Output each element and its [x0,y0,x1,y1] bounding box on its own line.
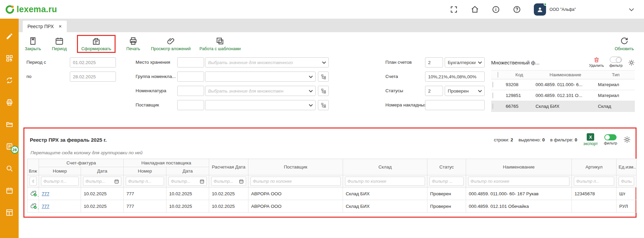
col-waybill-number[interactable]: Номер [124,167,166,175]
cell-name: 000.4859. 011.000- 6... [534,79,597,90]
nomenclature-tree-button[interactable] [318,86,329,96]
nomen-group-code-input[interactable] [177,72,204,82]
col-name[interactable]: Наименование [466,159,572,175]
waybill-numbers-label: Номера накладных [385,100,426,110]
cell-calc-date: 10.02.2025 [209,200,248,213]
period-to-input[interactable] [70,72,116,82]
filter-invoice-number-input[interactable] [43,177,76,185]
gear-icon[interactable] [628,57,635,67]
filter-supplier-input[interactable] [253,177,338,185]
calendar-icon[interactable] [5,186,14,195]
col-name[interactable]: Наименование [534,71,597,79]
lexema-logo[interactable]: lexema.ru [5,4,57,15]
filter-calc-date-input[interactable] [214,177,238,185]
nomen-group-tree-button[interactable] [318,72,329,82]
col-invoice-date[interactable]: Дата [81,167,124,175]
supplier-select[interactable] [205,100,316,110]
search-icon[interactable] [5,164,14,173]
period-from-input[interactable] [70,57,116,67]
calendar-small-icon[interactable] [200,179,204,184]
gear-icon[interactable] [623,135,631,145]
waybill-numbers-input[interactable] [425,100,485,110]
accounts-input[interactable] [425,72,485,82]
storage-code-input[interactable] [177,57,204,67]
filter-status-input[interactable] [432,177,461,185]
user-menu[interactable]: ООО "Альфа" [534,3,576,16]
tasks-icon[interactable]: 28 [5,142,14,151]
reports-icon[interactable] [5,209,14,217]
checkbox[interactable] [492,82,493,87]
col-status[interactable]: Статус [427,159,466,175]
panel-row[interactable]: 93208 000.4859. 011.000- 6... Материал [491,79,635,90]
col-warehouse[interactable]: Склад [343,159,427,175]
print-icon[interactable] [5,98,14,106]
filter-waybill-date-input[interactable] [171,177,199,185]
col-waybill-date[interactable]: Дата [166,167,209,175]
checkbox[interactable] [492,103,493,109]
nomenclature-code-input[interactable] [177,86,204,96]
col-supplier[interactable]: Поставщик [248,159,343,175]
chart-of-accounts-select[interactable]: Бухгалтерский [445,57,485,67]
filter-toggle[interactable] [604,134,617,140]
qr-code-icon[interactable] [5,54,14,62]
filter-waybill-number-input[interactable] [128,177,162,185]
filter-article-input[interactable] [576,177,612,185]
table-row[interactable]: 777 10.02.2025 777 10.02.2025 10.02.2025… [27,200,637,213]
nomen-group-select[interactable] [205,72,316,82]
delete-button[interactable]: Удалить [589,57,604,67]
filter-warehouse-input[interactable] [347,177,423,185]
select-all-header[interactable] [491,71,504,79]
chart-of-accounts-code-input[interactable] [425,57,443,67]
process-icon[interactable] [450,5,458,14]
info-icon[interactable] [492,5,500,14]
calendar-small-icon[interactable] [114,179,119,184]
storage-select[interactable]: Выбрать значение для множественного [205,57,329,67]
templates-button[interactable]: Работа с шаблонами [199,37,241,51]
col-unit[interactable]: Ед.изм... [617,159,637,175]
sync-icon[interactable] [5,76,14,84]
invoice-link[interactable]: 777 [42,191,49,196]
calendar-small-icon[interactable] [239,179,244,184]
help-icon[interactable] [513,5,521,14]
close-icon[interactable]: ✕ [59,24,62,29]
home-icon[interactable] [471,5,479,14]
print-button[interactable]: Печать [124,37,142,51]
col-article[interactable]: Артикул [572,159,617,175]
refresh-button[interactable]: Обновить [615,37,634,51]
attachment-cell[interactable] [27,187,39,200]
group-invoice[interactable]: Счет-фактура [39,159,124,167]
nomenclature-select[interactable]: Выбрать значение для множествен [205,86,316,96]
checkbox[interactable] [492,93,493,98]
folder-icon[interactable] [5,120,14,128]
panel-row-selected[interactable]: 66765 Склад БИХ Склад [491,101,635,112]
col-invoice-number[interactable]: Номер [39,167,81,175]
invoice-link[interactable]: 777 [42,204,49,209]
col-attachment[interactable]: Влж [27,159,39,175]
checkbox[interactable] [498,72,498,78]
edit-pencil-icon[interactable] [5,32,14,40]
filter-toggle[interactable] [610,57,622,63]
filter-attachment-input[interactable] [32,177,34,185]
statuses-select[interactable]: Проверен [445,86,485,96]
col-code[interactable]: Код [504,71,534,79]
attachment-cell[interactable] [27,200,39,213]
group-supplier-waybill[interactable]: Накладная поставщика [124,159,209,167]
filter-name-input[interactable] [470,177,567,185]
generate-button[interactable]: Сформировать [81,37,111,51]
close-button[interactable]: Закрыть [24,37,42,51]
group-drop-zone[interactable]: Перетащите сюда колонку для группировки … [31,150,633,155]
filter-unit-input[interactable] [621,177,632,185]
col-calc-date[interactable]: Расчетная Дата [209,159,248,175]
supplier-code-input[interactable] [177,100,204,110]
export-button[interactable]: X экспорт [583,133,598,146]
statuses-code-input[interactable] [425,86,443,96]
panel-row[interactable]: 129851 000.4859. 012.101 О... Материал [491,90,635,101]
tab-reestr-prh[interactable]: Реестр ПРХ ✕ [23,21,67,32]
supplier-tree-button[interactable] [318,100,329,110]
col-type[interactable]: Тип [597,71,635,79]
table-row[interactable]: 777 10.02.2025 777 10.02.2025 10.02.2025… [27,187,637,200]
chevron-down-icon[interactable] [628,6,635,13]
view-attachments-button[interactable]: Просмотр вложений [151,37,190,51]
period-button[interactable]: Период [51,37,68,51]
filter-invoice-date-input[interactable] [85,177,113,185]
